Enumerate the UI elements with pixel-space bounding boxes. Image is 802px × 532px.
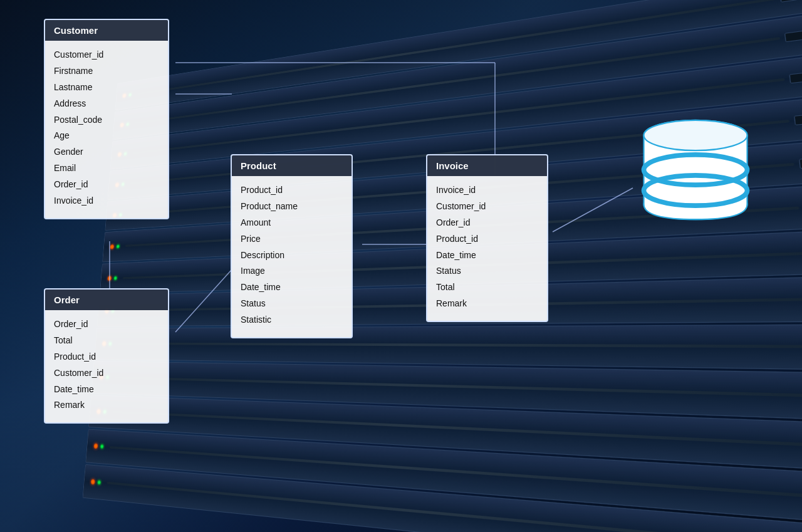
- list-item: Date_time: [54, 382, 159, 398]
- list-item: Product_id: [54, 349, 159, 365]
- list-item: Date_time: [436, 248, 538, 264]
- product-title: Product: [241, 160, 276, 171]
- list-item: Product_id: [436, 231, 538, 248]
- customer-title: Customer: [54, 25, 98, 36]
- svg-point-15: [644, 120, 747, 150]
- list-item: Date_time: [241, 279, 343, 296]
- list-item: Product_id: [241, 182, 343, 199]
- invoice-title: Invoice: [436, 160, 469, 171]
- list-item: Customer_id: [54, 47, 159, 63]
- product-table: Product Product_id Product_name Amount P…: [231, 154, 353, 338]
- invoice-table-header: Invoice: [427, 155, 547, 176]
- customer-table-fields: Customer_id Firstname Lastname Address P…: [45, 41, 168, 218]
- customer-table-header: Customer: [45, 20, 168, 41]
- invoice-table-fields: Invoice_id Customer_id Order_id Product_…: [427, 176, 547, 321]
- list-item: Price: [241, 231, 343, 248]
- list-item: Total: [54, 333, 159, 349]
- list-item: Lastname: [54, 80, 159, 96]
- product-table-header: Product: [232, 155, 352, 176]
- product-table-fields: Product_id Product_name Amount Price Des…: [232, 176, 352, 337]
- list-item: Total: [436, 279, 538, 296]
- order-table: Order Order_id Total Product_id Customer…: [44, 288, 169, 424]
- database-svg: [627, 94, 764, 232]
- list-item: Email: [54, 160, 159, 177]
- list-item: Remark: [54, 397, 159, 414]
- order-title: Order: [54, 295, 80, 305]
- list-item: Customer_id: [436, 199, 538, 215]
- list-item: Order_id: [54, 316, 159, 333]
- list-item: Order_id: [54, 177, 159, 193]
- list-item: Postal_code: [54, 112, 159, 128]
- order-table-header: Order: [45, 289, 168, 310]
- list-item: Description: [241, 248, 343, 264]
- list-item: Customer_id: [54, 365, 159, 382]
- list-item: Statistic: [241, 312, 343, 328]
- list-item: Status: [241, 296, 343, 312]
- order-table-fields: Order_id Total Product_id Customer_id Da…: [45, 310, 168, 422]
- list-item: Firstname: [54, 63, 159, 80]
- list-item: Gender: [54, 144, 159, 160]
- invoice-table: Invoice Invoice_id Customer_id Order_id …: [426, 154, 548, 322]
- list-item: Invoice_id: [54, 193, 159, 209]
- list-item: Invoice_id: [436, 182, 538, 199]
- database-icon: [627, 94, 764, 232]
- list-item: Status: [436, 263, 538, 279]
- list-item: Product_name: [241, 199, 343, 215]
- list-item: Age: [54, 128, 159, 144]
- list-item: Remark: [436, 296, 538, 312]
- customer-table: Customer Customer_id Firstname Lastname …: [44, 19, 169, 219]
- list-item: Amount: [241, 215, 343, 231]
- er-diagram: Customer Customer_id Firstname Lastname …: [0, 0, 802, 532]
- list-item: Order_id: [436, 215, 538, 231]
- list-item: Address: [54, 96, 159, 112]
- list-item: Image: [241, 263, 343, 279]
